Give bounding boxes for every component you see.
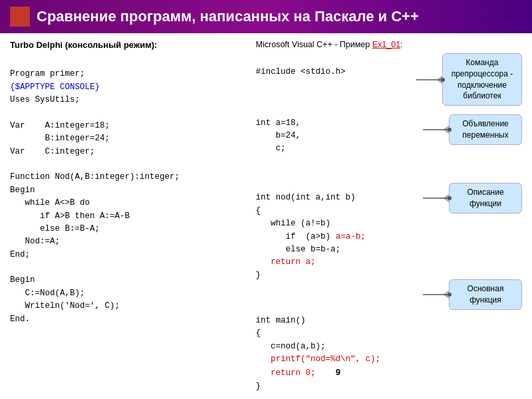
code-line: C:=Nod(A,B); <box>10 289 85 298</box>
right-code-area: #include <stdio.h> int a=18, b=24, c; in… <box>256 53 522 396</box>
code-line: {$APPTYPE CONSOLE} <box>10 82 100 92</box>
code-line: } <box>256 271 261 280</box>
callout-vars: Объявление переменных <box>449 114 522 145</box>
code-line: int nod(int a,int b) <box>256 193 356 202</box>
code-line: b=24, <box>256 131 301 140</box>
header-icon <box>10 7 30 27</box>
header: Сравнение программ, написанных на Паскал… <box>0 0 532 33</box>
svg-point-1 <box>441 78 445 82</box>
code-line: Function Nod(A,B:integer):integer; <box>10 172 180 182</box>
code-line-include: #include <stdio.h> <box>256 67 346 76</box>
code-line: Writeln('Nod=', C); <box>10 301 120 311</box>
code-line: Var C:integer; <box>10 147 95 156</box>
code-line: { <box>256 329 261 338</box>
main-content: Turbo Delphi (консольный режим): Program… <box>0 33 532 396</box>
right-subtitle: Microsoft Visual C++ - Пример Ex1_01: <box>256 40 522 49</box>
code-line: Begin <box>10 275 35 285</box>
callout-function: Описание функции <box>449 183 522 213</box>
code-line: int a=18, <box>256 118 301 128</box>
code-line: End; <box>10 250 30 259</box>
callout-main: Основная функция <box>449 279 522 310</box>
left-panel: Turbo Delphi (консольный режим): Program… <box>10 40 256 389</box>
code-line: return a; <box>256 257 316 267</box>
page-title: Сравнение программ, написанных на Паскал… <box>37 8 419 25</box>
code-line: int main() <box>256 316 306 325</box>
code-line: printf("nod=%d\n", c); <box>256 354 381 364</box>
subtitle-link[interactable]: Ex1_01 <box>372 40 400 49</box>
callout-preprocessor: Команда препроцессора - подключение библ… <box>442 53 522 106</box>
code-line: c; <box>256 144 286 153</box>
subtitle-prefix: Microsoft Visual C++ - Пример <box>256 40 372 49</box>
left-panel-title: Turbo Delphi (консольный режим): <box>10 40 246 50</box>
code-line: if (a>b) a=a-b; <box>256 232 366 241</box>
code-line: B:integer=24; <box>10 134 110 143</box>
right-panel: Microsoft Visual C++ - Пример Ex1_01: #i… <box>256 40 522 389</box>
code-line: Nod:=A; <box>10 237 60 246</box>
code-line: } <box>256 382 261 391</box>
code-line: Program primer; <box>10 69 85 78</box>
svg-point-7 <box>448 293 452 297</box>
code-line: if A>B then A:=A-B <box>10 211 130 221</box>
code-line: else b=b-a; <box>256 245 341 254</box>
code-line: else B:=B-A; <box>10 224 100 233</box>
code-line: while A<>B do <box>10 198 90 207</box>
code-line: Uses SysUtils; <box>10 95 80 104</box>
code-line: End. <box>10 315 30 324</box>
svg-point-3 <box>448 128 452 132</box>
code-line: Begin <box>10 186 35 195</box>
code-line: return 0; 9 <box>256 368 340 378</box>
main-section: int main() { c=nod(a,b); printf("nod=%d\… <box>256 301 522 396</box>
pascal-code: Program primer; {$APPTYPE CONSOLE} Uses … <box>10 55 246 338</box>
svg-point-5 <box>448 196 452 200</box>
code-line: c=nod(a,b); <box>256 342 326 351</box>
code-line: while (a!=b) <box>256 219 331 228</box>
code-line: Var A:integer=18; <box>10 121 110 130</box>
code-line: { <box>256 206 261 215</box>
